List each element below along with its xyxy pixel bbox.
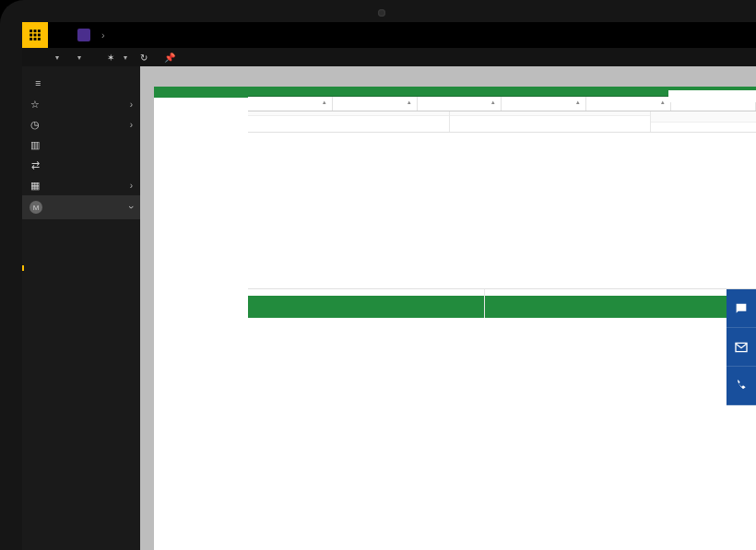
upcoming-milestones-table[interactable] [485, 296, 756, 318]
svg-rect-0 [30, 29, 32, 32]
card-title [248, 289, 484, 296]
star-icon: ☆ [30, 99, 41, 110]
nav-current-workspace[interactable]: M› [22, 195, 140, 219]
workspaces-icon: ▦ [30, 180, 41, 191]
view-menu[interactable] [72, 53, 81, 62]
card-title [485, 289, 756, 296]
contact-dock [726, 289, 756, 405]
breadcrumb: › [70, 29, 111, 41]
nav-shared-with-me[interactable]: ⇄ [22, 155, 140, 175]
breadcrumb-separator: › [101, 29, 105, 41]
chat-icon [734, 301, 749, 316]
completed-milestones-card [248, 289, 485, 318]
workspace-avatar-icon: M [30, 201, 42, 214]
meta-project-type [507, 106, 580, 109]
nav-apps[interactable]: ▥ [22, 135, 140, 155]
report-canvas [140, 66, 756, 550]
project-description-body [248, 116, 449, 125]
meta-project-manager [254, 106, 326, 109]
nav-section-workbooks [22, 271, 140, 280]
clock-icon: ◷ [30, 119, 41, 130]
project-search-input[interactable] [668, 90, 756, 102]
svg-rect-5 [38, 34, 41, 37]
chat-button[interactable] [726, 289, 756, 328]
upcoming-milestones-card [485, 289, 756, 318]
app-topbar: › [22, 22, 756, 48]
project-health-body [651, 123, 756, 132]
file-menu[interactable] [50, 53, 59, 62]
nav-section-dashboards [22, 219, 140, 228]
meta-phase [423, 106, 496, 109]
svg-rect-4 [34, 34, 37, 37]
meta-start [592, 106, 665, 109]
phone-icon [734, 379, 749, 393]
work-over-time-chart[interactable] [248, 133, 590, 288]
nav-dataset-item[interactable] [22, 311, 140, 317]
refresh-button[interactable]: ↻ [140, 53, 151, 63]
email-button[interactable] [726, 328, 756, 367]
pin-live-page-button[interactable]: 📌 [164, 53, 179, 63]
nav-section-datasets [22, 286, 140, 295]
report-section-title [154, 87, 248, 98]
report-toolbar: ✶ ↻ 📌 [22, 48, 756, 66]
left-nav: ≡ ☆› ◷› ▥ ⇄ ▦› M› [22, 66, 140, 550]
explore-menu[interactable]: ✶ [107, 53, 127, 63]
costs-over-time-chart[interactable] [590, 133, 756, 288]
nav-workspaces[interactable]: ▦› [22, 175, 140, 195]
svg-rect-6 [30, 38, 32, 41]
app-launcher-button[interactable] [22, 22, 48, 48]
nav-recent[interactable]: ◷› [22, 114, 140, 135]
webcam-dot [378, 9, 385, 17]
problem-statement-body [450, 116, 651, 125]
nav-collapse-button[interactable]: ≡ [28, 76, 48, 90]
completed-milestones-table[interactable] [248, 296, 484, 318]
apps-icon: ▥ [30, 139, 41, 150]
phone-button[interactable] [726, 367, 756, 405]
project-health-header [651, 111, 756, 123]
nav-section-reports [22, 240, 140, 249]
svg-rect-7 [34, 38, 37, 41]
share-icon: ⇄ [30, 159, 41, 170]
svg-rect-8 [38, 38, 41, 41]
mail-icon [734, 340, 749, 355]
svg-rect-3 [30, 34, 32, 37]
report-banner [248, 87, 756, 96]
workspace-icon [77, 29, 90, 41]
svg-rect-2 [38, 29, 41, 32]
nav-favorites[interactable]: ☆› [22, 94, 140, 114]
svg-rect-1 [34, 29, 37, 32]
waffle-icon [29, 29, 41, 41]
meta-sponsor [338, 106, 411, 109]
